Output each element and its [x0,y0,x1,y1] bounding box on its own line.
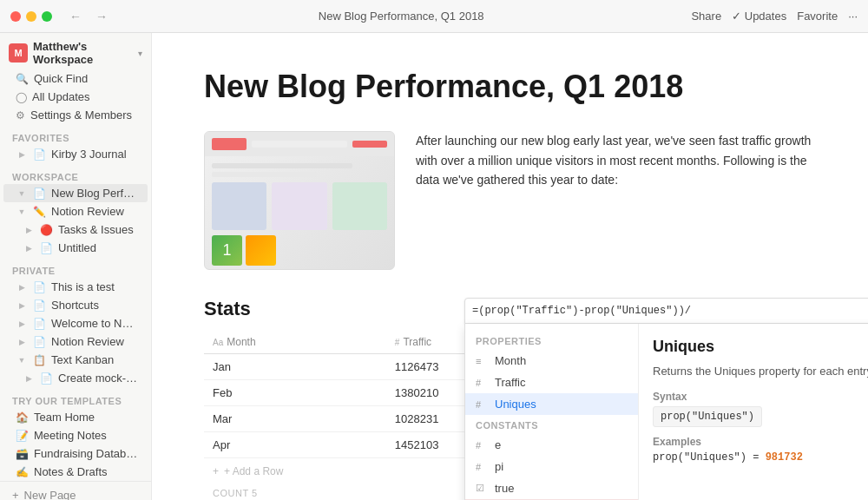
sidebar-item-notion-review-private[interactable]: ▶ 📄 Notion Review [3,332,148,351]
sidebar-item-fundraising[interactable]: 🗃️ Fundraising Database [3,444,148,463]
page-title: New Blog Performance, Q1 2018 [204,68,816,105]
search-icon: 🔍 [16,73,29,85]
toggle-icon: ▶ [16,318,28,330]
sidebar-item-kirby-journal[interactable]: ▶ 📄 Kirby 3 Journal [3,145,148,163]
col-month: AaMonth [204,331,386,354]
notion-review-priv-label: Notion Review [51,335,139,348]
team-home-label: Team Home [34,411,139,424]
app-body: M Matthew's Workspace ▾ 🔍 Quick Find ◯ A… [0,33,868,500]
num-prop-icon: # [476,399,488,410]
prop-month-label: Month [495,354,526,367]
intro-section: 1 After launching our new blog early las… [204,131,816,270]
doc-icon: 📄 [40,242,53,254]
more-button[interactable]: ··· [848,10,858,23]
formula-right-panel: Uniques Returns the Uniques property for… [639,324,868,500]
sidebar-item-mockups[interactable]: ▶ 📄 Create mock-ups [3,369,148,387]
const-icon: # [476,462,488,472]
formula-const-pi[interactable]: # pi [465,456,638,477]
notes-drafts-label: Notes & Drafts [34,465,139,478]
updates-button[interactable]: ✓ Updates [732,10,786,23]
formula-left-panel: Properties ≡ Month # Traffic # [465,324,639,500]
toggle-icon: ▶ [23,242,35,254]
kirby-journal-label: Kirby 3 Journal [51,148,139,161]
doc-icon: 📄 [33,188,46,200]
toggle-icon: ▶ [16,148,28,161]
plus-icon: + [213,465,219,477]
cell-month: Feb [204,380,386,406]
shortcuts-label: Shortcuts [51,299,139,312]
quick-find-label: Quick Find [34,72,139,85]
sidebar: M Matthew's Workspace ▾ 🔍 Quick Find ◯ A… [0,33,152,500]
cell-month: Apr [204,432,386,458]
intro-text: After launching our new blog early last … [416,131,816,270]
toggle-icon: ▼ [16,354,28,366]
sidebar-item-tasks[interactable]: ▶ 🔴 Tasks & Issues [3,220,148,239]
sidebar-item-settings[interactable]: ⚙ Settings & Members [3,106,148,124]
add-row-label: + Add a Row [224,465,283,477]
db-icon: 🗃️ [16,448,29,460]
notes-icon: 📝 [16,430,29,442]
plus-icon: + [12,489,19,500]
all-updates-label: All Updates [32,90,139,103]
toggle-icon: ▶ [16,281,28,293]
workspace-header[interactable]: M Matthew's Workspace ▾ [0,33,151,69]
new-page-button[interactable]: + New Page [0,481,151,500]
const-pi-label: pi [495,460,503,473]
new-page-label: New Page [24,489,76,500]
maximize-button[interactable] [42,11,52,22]
sidebar-item-untitled[interactable]: ▶ 📄 Untitled [3,239,148,257]
img-top-bar [205,132,394,156]
formula-prop-uniques[interactable]: # Uniques [465,393,638,415]
image-mock: 1 [205,132,394,269]
favorite-button[interactable]: Favorite [797,10,838,23]
formula-prop-month[interactable]: ≡ Month [465,350,638,372]
const-e-label: e [495,438,501,451]
sidebar-item-team-home[interactable]: 🏠 Team Home [3,408,148,426]
sidebar-item-test[interactable]: ▶ 📄 This is a test [3,278,148,296]
example-value: 981732 [766,451,803,464]
sidebar-item-welcome[interactable]: ▶ 📄 Welcome to Notion [3,314,148,332]
toggle-icon: ▶ [23,372,35,385]
img-content: 1 [205,156,394,270]
formula-const-e[interactable]: # e [465,434,638,456]
constants-label: Constants [465,415,638,434]
minimize-button[interactable] [26,11,36,22]
meeting-notes-label: Meeting Notes [34,429,139,442]
home-icon: 🏠 [16,411,29,424]
sidebar-item-notes-drafts[interactable]: ✍️ Notes & Drafts [3,463,148,481]
traffic-lights [10,11,52,22]
close-button[interactable] [10,11,21,22]
sidebar-item-quick-find[interactable]: 🔍 Quick Find [3,69,148,88]
doc-icon: 📄 [33,299,46,312]
back-button[interactable]: ← [66,8,85,25]
workspace-section-label: WORKSPACE [0,163,151,184]
settings-icon: ⚙ [16,109,25,122]
fundraising-label: Fundraising Database [34,447,139,460]
favorites-section-label: FAVORITES [0,124,151,145]
sidebar-item-new-blog[interactable]: ▼ 📄 New Blog Performanc... [3,184,148,202]
sidebar-item-kanban[interactable]: ▼ 📋 Text Kanban [3,351,148,369]
sidebar-item-shortcuts[interactable]: ▶ 📄 Shortcuts [3,296,148,314]
formula-prop-traffic[interactable]: # Traffic [465,372,638,393]
sidebar-item-all-updates[interactable]: ◯ All Updates [3,88,148,106]
img-logo [212,138,247,150]
forward-button[interactable]: → [92,8,111,25]
toggle-icon: ▶ [23,224,35,236]
formula-input[interactable] [472,305,868,317]
templates-section-label: TRY OUR TEMPLATES [0,387,151,408]
text-icon: Aa [213,338,223,347]
properties-label: Properties [465,331,638,350]
settings-label: Settings & Members [30,109,139,122]
toggle-icon: ▶ [16,299,28,312]
titlebar-title: New Blog Performance, Q1 2018 [118,10,684,23]
example-line: prop("Uniques") = 981732 [653,451,868,464]
sidebar-item-meeting-notes[interactable]: 📝 Meeting Notes [3,426,148,444]
syntax-label: Syntax [653,391,868,403]
prop-detail-desc: Returns the Uniques property for each en… [653,363,868,380]
syntax-code: prop("Uniques") [653,406,762,427]
formula-const-true[interactable]: ☑ true [465,477,638,499]
number-icon: # [395,338,400,347]
workspace-name: Matthew's Workspace [33,40,133,66]
share-button[interactable]: Share [691,10,721,23]
sidebar-item-notion-review[interactable]: ▼ ✏️ Notion Review [3,202,148,220]
